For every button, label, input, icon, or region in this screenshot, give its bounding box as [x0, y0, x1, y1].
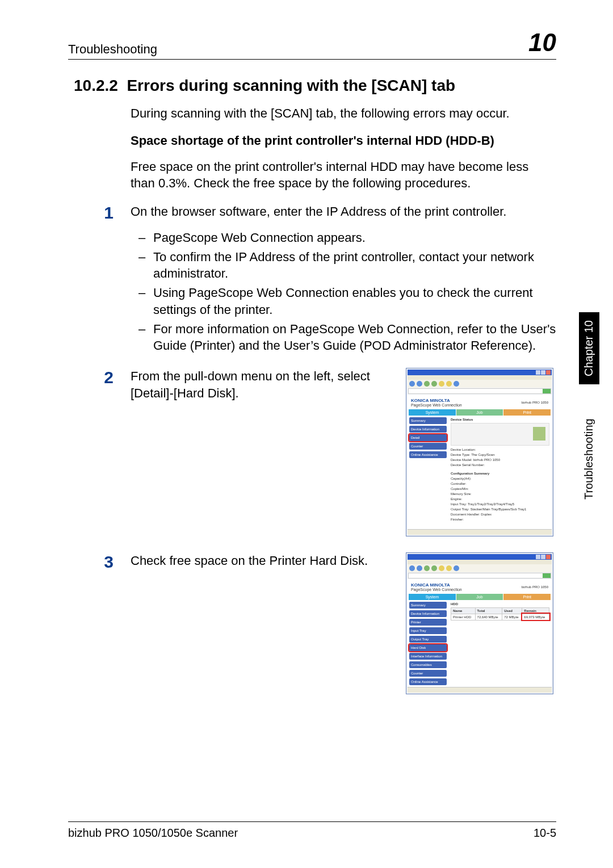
model-label: bizhub PRO 1050 — [522, 585, 548, 589]
nav-consumables[interactable]: Consumables — [409, 661, 447, 668]
bullet-3: Using PageScope Web Connection enables y… — [153, 284, 556, 318]
bullet-4: For more information on PageScope Web Co… — [153, 321, 556, 354]
cell-total: 72,640 MByte — [475, 614, 502, 620]
tab-print[interactable]: Print — [503, 594, 551, 600]
brand-logo: KONICA MINOLTA — [411, 582, 462, 588]
side-tab-title: Troubleshooting — [579, 384, 599, 534]
screenshot-2: KONICA MINOLTA PageScope Web Connection … — [406, 552, 553, 694]
col-name: Name — [451, 607, 476, 614]
nav-counter[interactable]: Counter — [409, 443, 447, 450]
tab-system[interactable]: System — [409, 594, 456, 600]
step-1-bullets: –PageScope Web Connection appears. –To c… — [131, 229, 556, 354]
sidebar: Summary Device Information Detail Counte… — [408, 416, 448, 529]
col-used: Used — [502, 607, 522, 614]
nav-input-tray[interactable]: Input Tray — [409, 627, 447, 634]
kv-row: Engine: — [451, 497, 549, 501]
kv-row: Document Handler: Duplex — [451, 513, 549, 516]
step-1-number: 1 — [68, 203, 131, 223]
cell-remain: 69,073 MByte — [522, 614, 549, 620]
kv-row: Device Type: The Copy/Scan — [451, 453, 549, 456]
col-total: Total — [475, 607, 502, 614]
address-bar[interactable] — [408, 388, 551, 394]
kv-row: Capacity(A4): — [451, 477, 549, 480]
step-3-number: 3 — [68, 552, 131, 572]
browser-toolbar — [408, 564, 552, 572]
section-title-text: Errors during scanning with the [SCAN] t… — [127, 77, 455, 94]
kv-row: Input Tray: Tray1/Tray2/Tray3/Tray4/Tray… — [451, 502, 549, 506]
screenshot-1: KONICA MINOLTA PageScope Web Connection … — [406, 368, 553, 536]
browser-toolbar — [408, 380, 552, 388]
panel-title: Device Status — [451, 418, 549, 421]
address-bar[interactable] — [408, 573, 551, 578]
window-menubar — [408, 560, 552, 564]
nav-device-info[interactable]: Device Information — [409, 610, 447, 617]
status-bar — [408, 529, 552, 535]
kv-row: Finisher: — [451, 518, 549, 521]
kv-row: Memory Size: — [451, 492, 549, 496]
footer-left: bizhub PRO 1050/1050e Scanner — [68, 827, 238, 840]
bullet-1: PageScope Web Connection appears. — [153, 229, 366, 246]
step-2-number: 2 — [68, 368, 131, 387]
nav-interface-info[interactable]: Interface Information — [409, 653, 447, 660]
cell-name: Printer HDD — [451, 614, 476, 620]
nav-online-assist[interactable]: Online Assistance — [409, 451, 447, 458]
bullet-2: To confirm the IP Address of the print c… — [153, 249, 556, 282]
chapter-number: 10 — [528, 28, 556, 57]
nav-printer[interactable]: Printer — [409, 619, 447, 626]
main-panel: Device Status Device Location: Device Ty… — [448, 416, 552, 529]
window-menubar — [408, 375, 552, 380]
model-label: bizhub PRO 1050 — [522, 401, 548, 404]
kv-row: Controller: — [451, 482, 549, 485]
main-panel: HDD Name Total Used Remain Printer HDD 7… — [448, 600, 552, 687]
kv-row: Configuration Summary — [451, 472, 549, 475]
status-bar — [408, 687, 552, 693]
window-titlebar — [408, 370, 552, 375]
sub-heading: Space shortage of the print controller's… — [131, 133, 556, 148]
tab-job[interactable]: Job — [456, 594, 503, 600]
footer-right: 10-5 — [534, 827, 556, 840]
cell-used: 72 MByte — [502, 614, 522, 620]
tab-print[interactable]: Print — [503, 409, 551, 416]
nav-summary[interactable]: Summary — [409, 417, 447, 424]
page-header-left: Troubleshooting — [68, 42, 157, 57]
side-tab: Chapter 10 Troubleshooting — [579, 312, 599, 534]
col-remain: Remain — [522, 607, 549, 614]
pwc-label: PageScope Web Connection — [411, 403, 462, 407]
tab-job[interactable]: Job — [456, 409, 503, 416]
kv-row: Copies/Min: — [451, 487, 549, 490]
kv-row: Device Model: bizhub PRO 1050 — [451, 458, 549, 462]
kv-row: Device Serial Number: — [451, 463, 549, 467]
section-number: 10.2.2 — [74, 77, 118, 94]
nav-hard-disk[interactable]: Hard Disk — [409, 644, 447, 651]
step-3-text: Check free space on the Printer Hard Dis… — [131, 552, 397, 569]
tab-system[interactable]: System — [409, 409, 456, 416]
sidebar: Summary Device Information Printer Input… — [408, 600, 448, 687]
nav-online-assist[interactable]: Online Assistance — [409, 678, 447, 685]
section-intro: During scanning with the [SCAN] tab, the… — [131, 105, 556, 122]
table-row: Printer HDD 72,640 MByte 72 MByte 69,073… — [451, 614, 549, 620]
window-titlebar — [408, 554, 552, 560]
hdd-title: HDD — [451, 602, 549, 606]
nav-detail[interactable]: Detail — [409, 434, 447, 441]
step-1-text: On the browser software, enter the IP Ad… — [131, 203, 556, 220]
nav-device-info[interactable]: Device Information — [409, 426, 447, 433]
brand-logo: KONICA MINOLTA — [411, 398, 462, 403]
sub-intro: Free space on the print controller's int… — [131, 158, 556, 192]
step-2-text: From the pull-down menu on the left, sel… — [131, 368, 397, 401]
nav-summary[interactable]: Summary — [409, 602, 447, 609]
pwc-label: PageScope Web Connection — [411, 588, 462, 592]
hdd-table: Name Total Used Remain Printer HDD 72,64… — [451, 607, 549, 620]
kv-row: Device Location: — [451, 448, 549, 451]
device-illustration — [451, 423, 549, 446]
kv-row: Output Tray: Stacker/Main Tray/Bypass/Su… — [451, 508, 549, 511]
nav-counter[interactable]: Counter — [409, 670, 447, 677]
nav-output-tray[interactable]: Output Tray — [409, 636, 447, 643]
section-heading: 10.2.2 Errors during scanning with the [… — [74, 77, 556, 95]
side-tab-chapter: Chapter 10 — [579, 312, 599, 384]
